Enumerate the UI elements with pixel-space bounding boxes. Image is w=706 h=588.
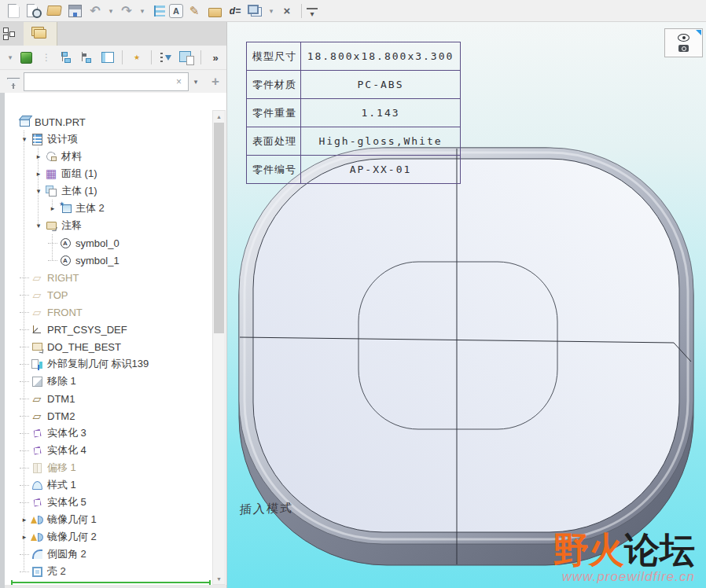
tree-item[interactable]: 外部复制几何 标识139: [5, 355, 212, 373]
close-window-icon[interactable]: ×: [278, 2, 296, 20]
spec-table-row[interactable]: 零件编号AP-XX-01: [247, 155, 460, 183]
tree-item[interactable]: 实体化 5: [5, 494, 212, 511]
collapse-branch-icon[interactable]: [78, 48, 97, 67]
tree-item[interactable]: ▸镜像几何 2: [5, 528, 212, 546]
save-icon[interactable]: [65, 2, 84, 20]
tree-connector-dash: [20, 381, 29, 382]
annotation-icon[interactable]: A: [169, 4, 183, 18]
spec-table-annotation[interactable]: 模型尺寸18.800x18.800x3.300零件材质PC-ABS零件重量1.1…: [246, 42, 461, 184]
tree-item[interactable]: 偏移 1: [5, 459, 212, 476]
tree-item[interactable]: ▸镜像几何 1: [5, 511, 212, 528]
graphics-viewport[interactable]: 模型尺寸18.800x18.800x3.300零件材质PC-ABS零件重量1.1…: [226, 22, 706, 588]
overflow-icon[interactable]: »: [206, 48, 225, 67]
insert-mode-locator[interactable]: [11, 582, 211, 583]
tree-filter-input[interactable]: [24, 72, 189, 91]
regenerate-icon[interactable]: [149, 2, 167, 20]
visibility-eye-icon[interactable]: [676, 32, 692, 43]
tree-item[interactable]: symbol_1: [5, 252, 212, 269]
tree-item[interactable]: ▱TOP: [5, 286, 212, 303]
show-dropdown-icon[interactable]: ▾: [6, 48, 15, 67]
tree-item[interactable]: ▸材料: [5, 148, 212, 165]
expander-icon[interactable]: ▸: [33, 168, 44, 179]
windows-dropdown-icon[interactable]: ▾: [267, 2, 276, 20]
filter-clear-icon[interactable]: ×: [176, 76, 187, 87]
spec-table-row[interactable]: 零件重量1.143: [247, 98, 460, 127]
watermark-brand-dark: 论坛: [624, 530, 695, 570]
tree-item[interactable]: DO_THE_BEST: [5, 338, 212, 355]
tree-item[interactable]: ▱FRONT: [5, 303, 212, 321]
expander-icon[interactable]: ▸: [19, 531, 30, 542]
open-icon[interactable]: [45, 2, 64, 20]
redo-dropdown-icon[interactable]: ▾: [138, 2, 147, 20]
tree-item[interactable]: 倒圆角 2: [5, 546, 212, 563]
toolbar-more-icon[interactable]: ▾: [307, 8, 318, 19]
tree-filter-icon[interactable]: [156, 48, 175, 67]
spec-table-row[interactable]: 模型尺寸18.800x18.800x3.300: [247, 42, 460, 70]
parameters-icon[interactable]: d=: [226, 2, 245, 20]
tree-columns-icon[interactable]: [98, 48, 117, 67]
scroll-down-icon[interactable]: ▼: [213, 573, 225, 584]
new-file-icon[interactable]: [4, 2, 23, 20]
tree-item-label: FRONT: [47, 307, 83, 318]
tree-item[interactable]: 实体化 4: [5, 442, 212, 459]
scroll-up-icon[interactable]: ▲: [213, 111, 225, 122]
undo-dropdown-icon[interactable]: ▾: [106, 2, 116, 20]
tree-item[interactable]: ▱DTM2: [5, 407, 212, 424]
windows-icon[interactable]: [246, 2, 265, 20]
expander-icon[interactable]: ▸: [47, 203, 58, 214]
quilt-icon: ▦: [45, 167, 57, 180]
validate-icon[interactable]: ✓: [205, 2, 224, 20]
toolbar-separator: [301, 4, 302, 18]
filter-dropdown-icon[interactable]: ▾: [189, 72, 203, 91]
tree-item-label: DTM2: [47, 410, 75, 422]
tree-list-icon[interactable]: [177, 48, 196, 67]
redline-icon[interactable]: ✎: [185, 2, 204, 20]
tree-item[interactable]: 壳 2: [5, 563, 212, 580]
tree-item[interactable]: ▾主体 (1): [5, 182, 212, 200]
datum-plane-dark-icon: ▱: [31, 410, 43, 422]
tree-item[interactable]: BUTN.PRT: [5, 113, 212, 130]
spec-table-row[interactable]: 表面处理High-gloss,White: [247, 127, 460, 155]
tree-connector-dash: [20, 468, 29, 469]
part-icon: [18, 116, 31, 128]
tree-item[interactable]: ▾设计项: [5, 130, 212, 148]
redo-icon[interactable]: ↷: [117, 2, 136, 20]
tree-item[interactable]: symbol_0: [5, 234, 212, 252]
tree-item-label: symbol_0: [75, 237, 120, 249]
model-tree-tab[interactable]: [0, 22, 24, 46]
tree-item[interactable]: ▱RIGHT: [5, 269, 212, 286]
tree-item[interactable]: ▸主体 2: [5, 200, 212, 217]
tree-item[interactable]: ▱DTM1: [5, 390, 212, 407]
tree-item[interactable]: 实体化 3: [5, 424, 212, 442]
expander-icon[interactable]: ▾: [33, 220, 44, 231]
tree-item[interactable]: 样式 1: [5, 476, 212, 494]
grip-icon[interactable]: ⋮: [37, 48, 56, 67]
expander-icon[interactable]: ▾: [33, 186, 44, 197]
spec-table-row[interactable]: 零件材质PC-ABS: [247, 70, 460, 98]
tree-item[interactable]: 移除 1: [5, 373, 212, 390]
expander-icon[interactable]: ▸: [19, 514, 30, 525]
scroll-thumb[interactable]: [214, 123, 224, 333]
filter-add-button[interactable]: +: [208, 74, 223, 90]
offset-icon: [31, 461, 43, 474]
favorites-icon[interactable]: ★: [127, 48, 146, 67]
tree-item[interactable]: ▸▦面组 (1): [5, 165, 212, 182]
camera-icon[interactable]: [676, 43, 692, 53]
expander-icon[interactable]: ▾: [19, 134, 30, 145]
erase-session-icon[interactable]: [24, 2, 43, 20]
tree-rows: BUTN.PRT▾设计项▸材料▸▦面组 (1)▾主体 (1)▸主体 2▾注释sy…: [5, 113, 212, 580]
tree-item[interactable]: ▾注释: [5, 217, 212, 234]
round-icon: [31, 548, 43, 560]
folders-tab[interactable]: [24, 22, 57, 46]
expand-branch-icon[interactable]: [57, 48, 76, 67]
model-display-icon[interactable]: [17, 48, 35, 67]
tree-item-label: 移除 1: [47, 374, 76, 388]
annot-plane-icon: [31, 340, 43, 353]
expander-icon[interactable]: ▸: [33, 151, 44, 162]
design-items-icon: [31, 133, 43, 145]
tree-scrollbar[interactable]: ▲ ▼: [212, 110, 226, 585]
tree-item[interactable]: PRT_CSYS_DEF: [5, 321, 212, 338]
tree-connector-dash: [20, 485, 29, 486]
undo-icon[interactable]: ↶: [86, 2, 105, 20]
mirror-geom-icon: [31, 531, 43, 543]
